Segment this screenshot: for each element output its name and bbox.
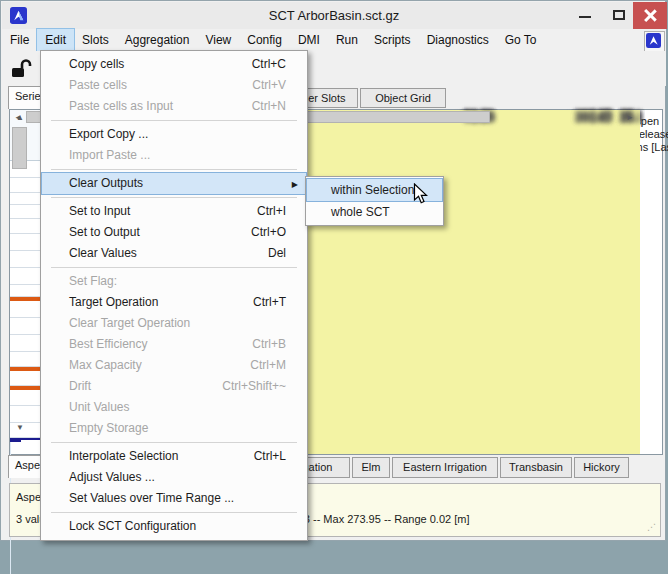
tab-transbasin[interactable]: Transbasin [500,457,572,478]
edit-menu-item-max-capacity[interactable]: Max CapacityCtrl+M [42,355,306,376]
menu-item-label: whole SCT [331,201,390,223]
window-title: SCT ArborBasin.sct.gz [2,8,666,23]
menu-item-label: Clear Outputs [69,173,143,194]
menu-separator [41,264,307,271]
menu-separator [41,194,307,201]
menubar-item-diagnostics[interactable]: Diagnostics [419,29,497,51]
edit-menu-item-paste-cells-as-input[interactable]: Paste cells as InputCtrl+N [42,96,306,117]
tab-eastern-irrigation[interactable]: Eastern Irrigation [392,457,498,478]
menu-item-shortcut: Ctrl+L [254,446,286,467]
submenu-arrow-icon: ▶ [292,174,298,195]
menu-item-shortcut: Ctrl+B [252,334,286,355]
edit-menu-item-interpolate-selection[interactable]: Interpolate SelectionCtrl+L [42,446,306,467]
edit-menu-item-import-paste[interactable]: Import Paste ... [42,145,306,166]
menubar-item-go-to[interactable]: Go To [497,29,545,51]
scroll-down-icon[interactable]: ▼ [10,422,30,434]
menu-item-shortcut: Ctrl+T [253,292,286,313]
tab-object-grid[interactable]: Object Grid [360,88,446,108]
menubar-item-scripts[interactable]: Scripts [366,29,419,51]
menu-item-label: Paste cells as Input [69,96,173,117]
tab-elm[interactable]: Elm [352,457,390,478]
menu-item-label: Export Copy ... [69,124,148,145]
menubar-item-dmi[interactable]: DMI [290,29,328,51]
menu-item-shortcut: Ctrl+C [252,54,286,75]
menu-item-label: Set Flag: [69,271,117,292]
menubar-item-file[interactable]: File [2,29,37,51]
minimize-button[interactable] [570,2,600,29]
scroll-left-icon[interactable]: ◄ [12,113,24,123]
edit-menu-item-set-to-input[interactable]: Set to InputCtrl+I [42,201,306,222]
edit-menu-item-clear-target-operation[interactable]: Clear Target Operation [42,313,306,334]
menu-item-shortcut: Ctrl+V [252,75,286,96]
menu-item-label: Max Capacity [69,355,142,376]
menu-item-label: Empty Storage [69,418,148,439]
menu-item-shortcut: Ctrl+Shift+~ [222,376,286,397]
edit-menu-item-paste-cells[interactable]: Paste cellsCtrl+V [42,75,306,96]
menu-item-label: within Selection [331,179,414,201]
edit-menu-item-drift[interactable]: DriftCtrl+Shift+~ [42,376,306,397]
menubar-logo-button[interactable] [644,31,665,52]
lock-sct-button[interactable] [7,56,33,82]
menubar-item-slots[interactable]: Slots [74,29,117,51]
edit-menu-item-set-values-over-time-range[interactable]: Set Values over Time Range ... [42,488,306,509]
menu-item-label: Set to Input [69,201,130,222]
resize-grip[interactable]: ⋰ [647,523,656,532]
menu-item-label: Import Paste ... [69,145,150,166]
menu-bar: FileEditSlotsAggregationViewConfigDMIRun… [2,29,666,51]
edit-menu-item-adjust-values[interactable]: Adjust Values ... [42,467,306,488]
edit-menu-item-copy-cells[interactable]: Copy cellsCtrl+C [42,54,306,75]
menu-item-label: Paste cells [69,75,127,96]
edit-menu-item-set-flag[interactable]: Set Flag: [42,271,306,292]
maximize-button[interactable] [604,2,634,29]
edit-menu-item-clear-values[interactable]: Clear ValuesDel [42,243,306,264]
menu-separator [41,439,307,446]
edit-menu-item-lock-sct-configuration[interactable]: Lock SCT Configuration [42,516,306,537]
menu-item-label: Clear Values [69,243,137,264]
edit-menu-item-export-copy[interactable]: Export Copy ... [42,124,306,145]
menu-item-label: Best Efficiency [69,334,147,355]
menu-separator [41,117,307,124]
desktop: { "window": { "title": "SCT ArborBasin.s… [0,0,668,574]
scrollbar-thumb[interactable] [12,127,27,169]
tab-aspen[interactable]: Aspen [8,455,42,478]
menu-item-label: Target Operation [69,292,158,313]
menubar-item-edit[interactable]: Edit [37,29,74,51]
tab-hickory[interactable]: Hickory [574,457,629,478]
menu-item-shortcut: Ctrl+O [251,222,286,243]
menu-item-shortcut: Ctrl+I [257,201,286,222]
edit-menu-item-set-to-output[interactable]: Set to OutputCtrl+O [42,222,306,243]
menu-item-label: Copy cells [69,54,124,75]
menu-item-shortcut: Del [268,243,286,264]
menubar-item-config[interactable]: Config [239,29,290,51]
cell[interactable]: 392.45 [502,110,620,124]
menu-item-shortcut: Ctrl+N [252,96,286,117]
menu-item-label: Unit Values [69,397,129,418]
scroll-right-icon[interactable]: ► [624,113,636,123]
menubar-item-run[interactable]: Run [328,29,366,51]
title-bar: SCT ArborBasin.sct.gz [2,2,666,30]
menu-item-label: Set Values over Time Range ... [69,488,234,509]
menu-separator [41,166,307,173]
unlocked-padlock-icon [7,56,33,82]
mouse-cursor [413,183,431,207]
current-timestep-line [10,440,21,442]
menu-item-label: Interpolate Selection [69,446,178,467]
menu-item-label: Set to Output [69,222,140,243]
edit-menu-item-clear-outputs[interactable]: Clear Outputs▶ [42,173,306,194]
menu-item-shortcut: Ctrl+M [250,355,286,376]
close-button[interactable] [633,2,667,29]
edit-menu-item-unit-values[interactable]: Unit Values [42,397,306,418]
menu-separator [41,509,307,516]
menubar-item-view[interactable]: View [197,29,239,51]
menubar-item-aggregation[interactable]: Aggregation [117,29,198,51]
menu-item-label: Lock SCT Configuration [69,516,196,537]
edit-menu-item-target-operation[interactable]: Target OperationCtrl+T [42,292,306,313]
menu-item-label: Adjust Values ... [69,467,155,488]
edit-menu-popup: Copy cellsCtrl+CPaste cellsCtrl+VPaste c… [40,50,308,541]
edit-menu-item-best-efficiency[interactable]: Best EfficiencyCtrl+B [42,334,306,355]
menu-item-label: Drift [69,376,91,397]
riverware-logo-icon [646,33,661,48]
menu-item-label: Clear Target Operation [69,313,190,334]
edit-menu-item-empty-storage[interactable]: Empty Storage [42,418,306,439]
